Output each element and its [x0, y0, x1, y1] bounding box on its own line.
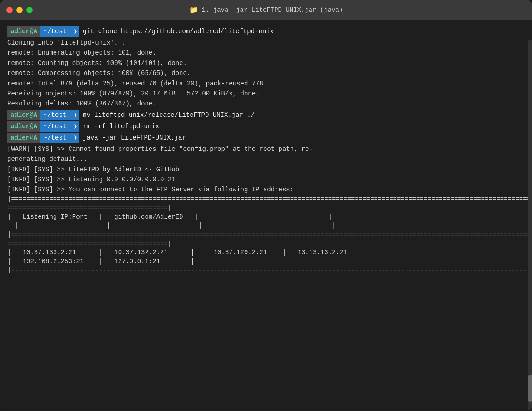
table-row-1: | 10.37.133.2:21 | 10.37.132.2:21 | 10.3…	[7, 248, 525, 257]
terminal-window: 📁 1. java -jar LiteFTPD-UNIX.jar (java) …	[0, 0, 532, 411]
command-4: java -jar LiteFTPD-UNIX.jar	[83, 133, 186, 143]
prompt-path-3: ~/test	[40, 121, 70, 132]
prompt-line-3: adler@A~/test ❯ rm -rf liteftpd-unix	[7, 121, 525, 132]
prompt-line-2: adler@A~/test ❯ mv liteftpd-unix/release…	[7, 110, 525, 120]
table-separator-3: |=======================================…	[7, 231, 525, 240]
prompt-path-1: ~/test	[40, 26, 70, 37]
table-row-2: | 192.168.2.253:21 | 127.0.0.1:21 |	[7, 257, 525, 266]
prompt-path-2: ~/test	[40, 110, 70, 120]
close-button[interactable]	[6, 7, 13, 13]
info-line-2: [INFO] [SYS] >> Listening 0.0.0.0/0.0.0.…	[7, 175, 525, 185]
warn-line-2: generating default...	[7, 154, 525, 164]
maximize-button[interactable]	[26, 7, 33, 13]
command-3: rm -rf liteftpd-unix	[83, 122, 159, 131]
info-line-3: [INFO] [SYS] >> You can connect to the F…	[7, 185, 525, 195]
output-line-5: remote: Total 879 (delta 25), reused 76 …	[7, 79, 525, 89]
folder-icon: 📁	[189, 5, 198, 15]
prompt-line-4: adler@A~/test ❯ java -jar LiteFTPD-UNIX.…	[7, 133, 525, 143]
output-line-2: remote: Enumerating objects: 101, done.	[7, 48, 525, 58]
command-1: git clone https://github.com/adlered/lit…	[83, 27, 274, 36]
info-line-1: [INFO] [SYS] >> LiteFTPD by AdlerED <- G…	[7, 165, 525, 175]
table-separator-2: ========================================…	[7, 204, 525, 213]
prompt-arrow-1: ❯	[70, 26, 79, 37]
warn-line-1: [WARN] [SYS] >> Cannot found properties …	[7, 144, 525, 154]
output-line-7: Resolving deltas: 100% (367/367), done.	[7, 99, 525, 109]
scrollbar[interactable]	[528, 40, 532, 411]
output-line-6: Receiving objects: 100% (879/879), 20.17…	[7, 89, 525, 99]
terminal-content[interactable]: adler@A~/test ❯ git clone https://github…	[0, 20, 532, 281]
terminal-wrapper: adler@A~/test ❯ git clone https://github…	[0, 20, 532, 411]
output-line-4: remote: Compressing objects: 100% (65/65…	[7, 68, 525, 78]
prompt-user-3: adler@A	[7, 121, 40, 132]
prompt-line-1: adler@A~/test ❯ git clone https://github…	[7, 26, 525, 37]
prompt-arrow-4: ❯	[70, 133, 79, 143]
prompt-arrow-2: ❯	[70, 110, 79, 120]
output-line-3: remote: Counting objects: 100% (101/101)…	[7, 58, 525, 68]
traffic-lights	[6, 7, 33, 13]
command-2: mv liteftpd-unix/release/LiteFTPD-UNIX.j…	[83, 110, 255, 120]
table-row-header: | Listening IP:Port | github.com/AdlerED…	[7, 213, 525, 222]
prompt-user-1: adler@A	[7, 26, 40, 37]
table-separator-5: |---------------------------------------…	[7, 266, 525, 275]
window-title: 📁 1. java -jar LiteFTPD-UNIX.jar (java)	[189, 5, 343, 15]
prompt-arrow-3: ❯	[70, 121, 79, 132]
output-line-1: Cloning into 'liteftpd-unix'...	[7, 38, 525, 48]
table-separator-4: ========================================…	[7, 240, 525, 249]
scrollbar-thumb[interactable]	[528, 375, 532, 402]
title-bar: 📁 1. java -jar LiteFTPD-UNIX.jar (java)	[0, 0, 532, 20]
table-separator-1: |=======================================…	[7, 195, 525, 204]
prompt-path-4: ~/test	[40, 133, 70, 143]
minimize-button[interactable]	[16, 7, 23, 13]
table-row-empty: | | | |	[7, 221, 525, 231]
prompt-user-2: adler@A	[7, 110, 40, 120]
prompt-user-4: adler@A	[7, 133, 40, 143]
